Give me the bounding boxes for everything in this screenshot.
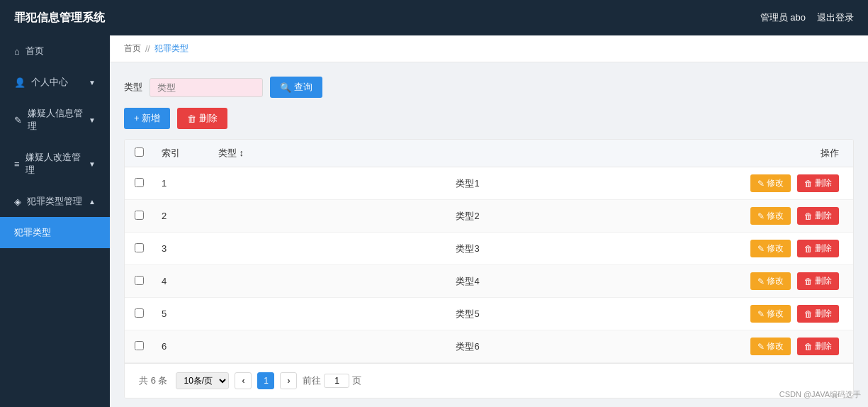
sidebar-item-crime-type[interactable]: 犯罪类型 bbox=[0, 217, 110, 248]
row-checkbox[interactable] bbox=[135, 243, 144, 252]
row-ops: ✎ 修改 🗑 删除 bbox=[726, 167, 853, 200]
row-checkbox[interactable] bbox=[135, 276, 144, 285]
sidebar: ⌂ 首页 👤 个人中心 ▼ ✎ 嫌疑人信息管理 ▼ ≡ 嫌疑人改造管理 ▼ bbox=[0, 35, 110, 407]
breadcrumb-sep: // bbox=[145, 44, 150, 54]
row-ops: ✎ 修改 🗑 删除 bbox=[726, 330, 853, 363]
next-page-button[interactable]: › bbox=[280, 372, 297, 389]
breadcrumb-current: 犯罪类型 bbox=[154, 43, 188, 55]
row-checkbox-cell bbox=[125, 330, 153, 363]
col-index: 索引 bbox=[153, 140, 210, 167]
logout-button[interactable]: 退出登录 bbox=[817, 11, 854, 24]
table-row: 2 类型2 ✎ 修改 🗑 删除 bbox=[125, 200, 853, 233]
search-input[interactable] bbox=[150, 78, 263, 97]
edit-icon: ✎ bbox=[14, 115, 22, 126]
row-checkbox[interactable] bbox=[135, 308, 144, 318]
edit-button[interactable]: ✎ 修改 bbox=[750, 305, 791, 323]
table-header-row: 索引 类型 ↕ 操作 bbox=[125, 140, 853, 167]
sidebar-item-personal[interactable]: 👤 个人中心 ▼ bbox=[0, 67, 110, 98]
row-checkbox[interactable] bbox=[135, 341, 144, 350]
action-bar: + 新增 🗑 删除 bbox=[124, 108, 854, 129]
row-ops: ✎ 修改 🗑 删除 bbox=[726, 233, 853, 265]
row-delete-button[interactable]: 🗑 删除 bbox=[797, 272, 839, 290]
row-type: 类型3 bbox=[210, 233, 726, 265]
trash-icon: 🗑 bbox=[804, 211, 813, 221]
row-index: 4 bbox=[153, 265, 210, 298]
edit-icon: ✎ bbox=[757, 244, 765, 254]
row-checkbox[interactable] bbox=[135, 211, 144, 220]
page-jump-input[interactable] bbox=[324, 374, 349, 388]
breadcrumb-home[interactable]: 首页 bbox=[124, 43, 141, 55]
col-checkbox bbox=[125, 140, 153, 167]
row-checkbox-cell bbox=[125, 298, 153, 330]
edit-button[interactable]: ✎ 修改 bbox=[750, 338, 791, 355]
edit-button[interactable]: ✎ 修改 bbox=[750, 240, 791, 257]
col-ops: 操作 bbox=[726, 140, 853, 167]
add-button[interactable]: + 新增 bbox=[124, 108, 170, 129]
sidebar-item-label: 嫌疑人改造管理 bbox=[26, 151, 84, 177]
search-bar: 类型 🔍 查询 bbox=[124, 77, 854, 98]
row-index: 2 bbox=[153, 200, 210, 233]
edit-button[interactable]: ✎ 修改 bbox=[750, 174, 791, 192]
sidebar-item-label: 犯罪类型 bbox=[14, 226, 51, 239]
trash-icon: 🗑 bbox=[804, 244, 813, 254]
edit-button[interactable]: ✎ 修改 bbox=[750, 207, 791, 225]
row-index: 1 bbox=[153, 167, 210, 200]
trash-icon: 🗑 bbox=[804, 179, 813, 189]
sidebar-item-label: 嫌疑人信息管理 bbox=[28, 107, 83, 133]
row-type: 类型4 bbox=[210, 265, 726, 298]
prev-page-button[interactable]: ‹ bbox=[235, 372, 252, 389]
search-icon: 🔍 bbox=[280, 82, 291, 93]
sidebar-item-suspect-reform[interactable]: ≡ 嫌疑人改造管理 ▼ bbox=[0, 142, 110, 186]
table-row: 6 类型6 ✎ 修改 🗑 删除 bbox=[125, 330, 853, 363]
app-title: 罪犯信息管理系统 bbox=[14, 11, 105, 26]
arrow-icon: ▼ bbox=[89, 160, 96, 168]
admin-label: 管理员 abo bbox=[760, 11, 806, 24]
select-all-checkbox[interactable] bbox=[135, 147, 144, 157]
trash-icon: 🗑 bbox=[804, 342, 813, 352]
pagination: 共 6 条 10条/页20条/页50条/页 ‹ 1 › 前往 页 bbox=[125, 363, 853, 398]
sidebar-item-crime-type-mgmt[interactable]: ◈ 犯罪类型管理 ▲ bbox=[0, 186, 110, 217]
sidebar-item-label: 犯罪类型管理 bbox=[27, 195, 82, 208]
sidebar-item-home[interactable]: ⌂ 首页 bbox=[0, 35, 110, 67]
edit-button[interactable]: ✎ 修改 bbox=[750, 272, 791, 290]
diamond-icon: ◈ bbox=[14, 196, 21, 207]
trash-icon: 🗑 bbox=[804, 309, 813, 319]
trash-icon: 🗑 bbox=[804, 277, 813, 286]
batch-delete-button[interactable]: 🗑 删除 bbox=[177, 108, 227, 129]
page-size-select[interactable]: 10条/页20条/页50条/页 bbox=[176, 372, 229, 389]
edit-icon: ✎ bbox=[757, 211, 765, 221]
home-icon: ⌂ bbox=[14, 46, 20, 57]
row-ops: ✎ 修改 🗑 删除 bbox=[726, 265, 853, 298]
trash-icon: 🗑 bbox=[187, 113, 196, 124]
row-type: 类型1 bbox=[210, 167, 726, 200]
sidebar-item-label: 首页 bbox=[26, 45, 44, 57]
breadcrumb: 首页 // 犯罪类型 bbox=[110, 35, 868, 62]
arrow-up-icon: ▲ bbox=[89, 198, 96, 206]
total-label: 共 6 条 bbox=[139, 374, 167, 387]
edit-icon: ✎ bbox=[757, 342, 765, 352]
table-row: 3 类型3 ✎ 修改 🗑 删除 bbox=[125, 233, 853, 265]
row-delete-button[interactable]: 🗑 删除 bbox=[797, 338, 839, 355]
sidebar-item-label: 个人中心 bbox=[31, 76, 68, 89]
row-delete-button[interactable]: 🗑 删除 bbox=[797, 174, 839, 192]
query-button[interactable]: 🔍 查询 bbox=[270, 77, 322, 98]
table-row: 5 类型5 ✎ 修改 🗑 删除 bbox=[125, 298, 853, 330]
edit-icon: ✎ bbox=[757, 179, 765, 189]
row-delete-button[interactable]: 🗑 删除 bbox=[797, 240, 839, 257]
search-label: 类型 bbox=[124, 81, 142, 94]
row-index: 3 bbox=[153, 233, 210, 265]
row-delete-button[interactable]: 🗑 删除 bbox=[797, 207, 839, 225]
data-table: 索引 类型 ↕ 操作 1 bbox=[124, 139, 854, 398]
row-delete-button[interactable]: 🗑 删除 bbox=[797, 305, 839, 323]
edit-icon: ✎ bbox=[757, 277, 765, 286]
row-checkbox[interactable] bbox=[135, 178, 144, 187]
arrow-icon: ▼ bbox=[89, 79, 96, 87]
page-1-button[interactable]: 1 bbox=[257, 372, 274, 389]
main-content: 首页 // 犯罪类型 类型 🔍 查询 + 新增 🗑 删除 bbox=[110, 35, 868, 407]
header: 罪犯信息管理系统 管理员 abo 退出登录 bbox=[0, 0, 868, 35]
row-type: 类型2 bbox=[210, 200, 726, 233]
watermark: CSDN @JAVA编码选手 bbox=[779, 389, 861, 400]
sidebar-item-suspect-info[interactable]: ✎ 嫌疑人信息管理 ▼ bbox=[0, 98, 110, 142]
row-checkbox-cell bbox=[125, 200, 153, 233]
col-type[interactable]: 类型 ↕ bbox=[210, 140, 726, 167]
